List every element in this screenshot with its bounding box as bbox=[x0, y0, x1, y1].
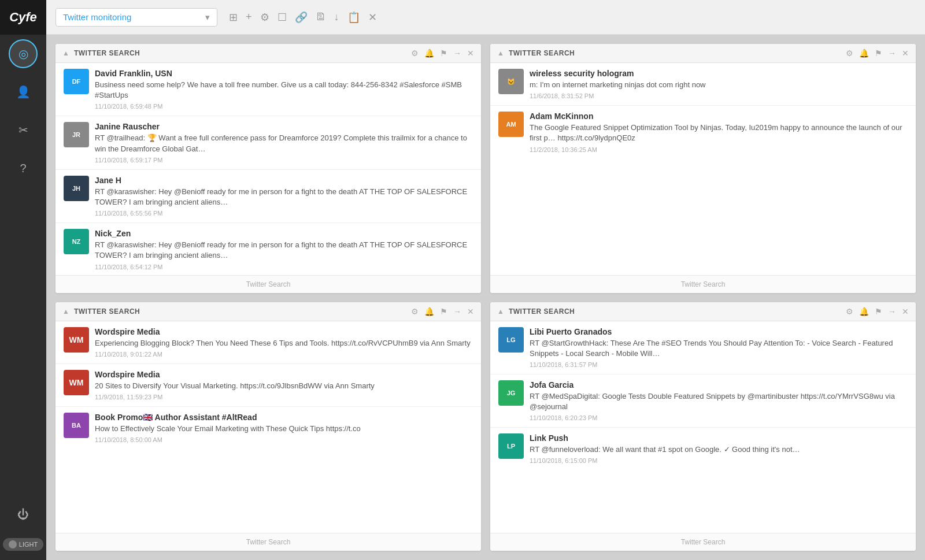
tweet-author: Jofa Garcia bbox=[530, 380, 908, 390]
gear-icon[interactable]: ⚙ bbox=[411, 49, 419, 58]
tweet-text: m: I'm on internet marketing ninjas dot … bbox=[530, 80, 908, 90]
tweet-text: How to Effectively Scale Your Email Mark… bbox=[95, 424, 473, 434]
download-icon[interactable]: ↓ bbox=[334, 11, 339, 23]
main-area: Twitter monitoring ▾ ⊞ + ⚙ ☐ 🔗 🖻 ↓ 📋 ✕ ▲… bbox=[46, 0, 925, 560]
tweet-text: RT @karaswisher: Hey @Benioff ready for … bbox=[95, 240, 473, 261]
grid-icon[interactable]: ⊞ bbox=[229, 11, 238, 24]
flag-icon[interactable]: ⚑ bbox=[440, 49, 447, 58]
widget-3-tweets: WMWordspire MediaExperiencing Blogging B… bbox=[56, 321, 481, 533]
widget-3-footer: Twitter Search bbox=[56, 533, 481, 551]
tweet-text: RT @karaswisher: Hey @Benioff ready for … bbox=[95, 187, 473, 207]
gear-icon[interactable]: ⚙ bbox=[846, 307, 853, 316]
tweet-content: Nick_ZenRT @karaswisher: Hey @Benioff re… bbox=[95, 229, 473, 270]
settings-icon[interactable]: ⚙ bbox=[260, 11, 269, 24]
tweet-time: 11/10/2018, 6:20:23 PM bbox=[530, 414, 908, 421]
arrow-right-icon[interactable]: → bbox=[888, 307, 896, 316]
add-widget-icon[interactable]: + bbox=[246, 11, 252, 23]
flag-icon[interactable]: ⚑ bbox=[875, 307, 882, 316]
collapse-icon[interactable]: ▲ bbox=[497, 49, 504, 57]
avatar: JG bbox=[498, 380, 524, 406]
tweet-author: Wordspire Media bbox=[95, 370, 473, 379]
tweet-time: 11/10/2018, 8:50:00 AM bbox=[95, 436, 473, 443]
widget-3-actions: ⚙ 🔔 ⚑ → ✕ bbox=[411, 307, 474, 316]
widget-4-title: TWITTER SEARCH bbox=[509, 307, 841, 316]
tweet-content: wireless security hologramm: I'm on inte… bbox=[530, 69, 908, 99]
avatar: DF bbox=[64, 69, 89, 94]
sidebar-item-help[interactable]: ? bbox=[9, 154, 38, 183]
tweet-item: JRJanine RauscherRT @trailhead: 🏆 Want a… bbox=[56, 116, 481, 169]
tweet-item: BABook Promo🇬🇧 Author Assistant #AltRead… bbox=[56, 407, 481, 449]
tweet-text: Business need some help? We have a toll … bbox=[95, 80, 473, 101]
tweet-time: 11/6/2018, 8:31:52 PM bbox=[530, 92, 908, 99]
tweet-item: WMWordspire MediaExperiencing Blogging B… bbox=[56, 321, 481, 364]
clipboard-icon[interactable]: 📋 bbox=[347, 11, 360, 24]
tweet-author: Jane H bbox=[95, 176, 473, 185]
widget-2-footer: Twitter Search bbox=[490, 275, 916, 293]
bell-icon[interactable]: 🔔 bbox=[424, 307, 434, 316]
tweet-content: Wordspire Media20 Sites to Diversify You… bbox=[95, 370, 473, 400]
bell-icon[interactable]: 🔔 bbox=[424, 49, 434, 58]
avatar: LG bbox=[498, 327, 524, 353]
widget-3-header: ▲ TWITTER SEARCH ⚙ 🔔 ⚑ → ✕ bbox=[56, 302, 481, 321]
gear-icon[interactable]: ⚙ bbox=[846, 49, 853, 58]
collapse-icon[interactable]: ▲ bbox=[62, 307, 69, 316]
widget-1-actions: ⚙ 🔔 ⚑ → ✕ bbox=[411, 49, 474, 58]
tweet-time: 11/10/2018, 6:59:48 PM bbox=[95, 103, 473, 110]
help-icon: ? bbox=[20, 162, 26, 175]
flag-icon[interactable]: ⚑ bbox=[440, 307, 447, 316]
avatar: JH bbox=[64, 176, 89, 201]
tweet-content: Book Promo🇬🇧 Author Assistant #AltReadHo… bbox=[95, 413, 473, 443]
tweet-time: 11/10/2018, 9:01:22 AM bbox=[95, 351, 473, 358]
widget-1-header: ▲ TWITTER SEARCH ⚙ 🔔 ⚑ → ✕ bbox=[56, 44, 481, 63]
avatar: JR bbox=[64, 122, 89, 147]
tweet-item: JHJane HRT @karaswisher: Hey @Benioff re… bbox=[56, 170, 481, 223]
sidebar-item-users[interactable]: 👤 bbox=[9, 77, 38, 106]
flag-icon[interactable]: ⚑ bbox=[875, 49, 882, 58]
avatar: LP bbox=[498, 433, 524, 459]
close-widget-icon[interactable]: ✕ bbox=[902, 307, 909, 316]
image-icon[interactable]: ☐ bbox=[278, 11, 287, 24]
app-logo: Cyfe bbox=[0, 0, 46, 35]
bell-icon[interactable]: 🔔 bbox=[859, 307, 869, 316]
sidebar-item-tools[interactable]: ✂ bbox=[9, 116, 38, 144]
tweet-text: 20 Sites to Diversify Your Visual Market… bbox=[95, 381, 473, 391]
widget-1-tweets: DFDavid Franklin, USNBusiness need some … bbox=[56, 63, 481, 275]
tweet-item: WMWordspire Media20 Sites to Diversify Y… bbox=[56, 364, 481, 407]
sidebar-item-power[interactable]: ⏻ bbox=[9, 500, 38, 529]
arrow-right-icon[interactable]: → bbox=[453, 307, 461, 316]
collapse-icon[interactable]: ▲ bbox=[497, 307, 504, 316]
close-widget-icon[interactable]: ✕ bbox=[467, 49, 474, 58]
widget-3-title: TWITTER SEARCH bbox=[74, 307, 406, 316]
monitor-icon[interactable]: 🖻 bbox=[316, 11, 326, 23]
tweet-time: 11/10/2018, 6:59:17 PM bbox=[95, 157, 473, 164]
gear-icon[interactable]: ⚙ bbox=[411, 307, 419, 316]
link-icon[interactable]: 🔗 bbox=[295, 11, 308, 24]
tweet-time: 11/9/2018, 11:59:23 PM bbox=[95, 394, 473, 400]
widget-2-actions: ⚙ 🔔 ⚑ → ✕ bbox=[846, 49, 909, 58]
avatar: AM bbox=[498, 112, 524, 137]
tweet-author: Adam McKinnon bbox=[530, 112, 908, 121]
tweet-time: 11/10/2018, 6:54:12 PM bbox=[95, 264, 473, 270]
close-widget-icon[interactable]: ✕ bbox=[902, 49, 909, 58]
dashboard-selector[interactable]: Twitter monitoring ▾ bbox=[56, 8, 217, 27]
toggle-circle bbox=[9, 540, 17, 548]
avatar: NZ bbox=[64, 229, 89, 254]
dashboard-grid: ▲ TWITTER SEARCH ⚙ 🔔 ⚑ → ✕ DFDavid Frank… bbox=[46, 35, 925, 560]
bell-icon[interactable]: 🔔 bbox=[859, 49, 869, 58]
light-toggle[interactable]: LIGHT bbox=[3, 538, 43, 551]
tweet-author: wireless security hologram bbox=[530, 69, 908, 78]
widget-2-title: TWITTER SEARCH bbox=[509, 49, 841, 57]
collapse-icon[interactable]: ▲ bbox=[62, 49, 69, 57]
sidebar-item-dashboard[interactable]: ◎ bbox=[9, 39, 38, 68]
compass-icon: ◎ bbox=[18, 47, 28, 61]
arrow-right-icon[interactable]: → bbox=[888, 49, 896, 58]
tweet-item: NZNick_ZenRT @karaswisher: Hey @Benioff … bbox=[56, 223, 481, 275]
arrow-right-icon[interactable]: → bbox=[453, 49, 461, 58]
tweet-author: David Franklin, USN bbox=[95, 69, 473, 78]
widget-2-tweets: 🐱wireless security hologramm: I'm on int… bbox=[490, 63, 916, 275]
close-icon[interactable]: ✕ bbox=[368, 11, 377, 24]
close-widget-icon[interactable]: ✕ bbox=[467, 307, 474, 316]
tweet-text: The Google Featured Snippet Optimization… bbox=[530, 123, 908, 143]
dropdown-arrow: ▾ bbox=[205, 12, 210, 23]
tweet-text: RT @trailhead: 🏆 Want a free full confer… bbox=[95, 133, 473, 154]
